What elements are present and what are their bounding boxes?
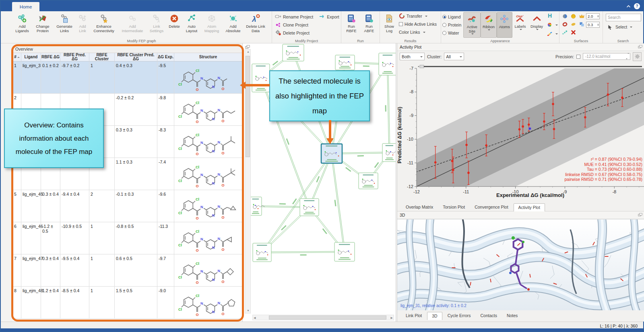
viewer3d-viewport[interactable]: lig_ejm_31, relative activity: 0.1 ± 0.2 <box>397 219 644 310</box>
title-bar: Home ? <box>1 1 643 11</box>
surf-face-button[interactable] <box>569 13 577 20</box>
radio-protein[interactable]: Protein <box>442 21 463 29</box>
table-row[interactable]: 5lig_ejm_450.3 ± 0.4-9.4 ± 0.42-0.1 ± 0.… <box>13 190 242 222</box>
fep-node[interactable] <box>253 243 271 262</box>
surf-donut-button[interactable] <box>561 21 569 28</box>
plot-range-slider[interactable] <box>401 63 641 67</box>
tab-3d[interactable]: 3D <box>427 312 442 320</box>
radio-button[interactable] <box>442 31 446 35</box>
radio-ligand[interactable]: Ligand <box>442 13 463 21</box>
auto-layout-button[interactable]: Auto Layout <box>182 12 201 38</box>
h-label-button[interactable]: H <box>547 13 558 19</box>
radio-water[interactable]: Water <box>442 29 463 37</box>
tab-activity-plot[interactable]: Activity Plot <box>514 203 545 211</box>
delete-link-data-button[interactable]: λDelete Link Data <box>244 12 268 38</box>
tab-cycle-errors[interactable]: Cycle Errors <box>443 312 475 320</box>
fep-node[interactable] <box>382 143 396 162</box>
float-panel-icon[interactable] <box>638 213 642 218</box>
change-protein-button[interactable]: Change Protein <box>32 12 54 38</box>
float-panel-icon[interactable] <box>638 45 642 50</box>
table-row[interactable]: 8lig_ejm_481.2 ± 0.4-8.5 ± 0.411.5 ± 0.5… <box>13 287 242 319</box>
table-row[interactable]: 7lig_ejm_470.3 ± 0.4-9.5 ± 0.410.6 ± 0.5… <box>13 254 242 287</box>
fep-node[interactable] <box>300 199 319 216</box>
rename-project-button[interactable]: Rename Project <box>275 13 313 21</box>
ribbon-collapse-icon[interactable] <box>626 2 631 10</box>
search-input[interactable] <box>606 14 641 21</box>
column-header-g-exp[interactable]: ΔG Exp. <box>157 53 174 61</box>
fep-node[interactable] <box>283 44 304 61</box>
column-header-rbfe-g[interactable]: RBFE ΔG <box>41 53 60 61</box>
radio-button[interactable] <box>442 23 446 27</box>
cluster-dropdown[interactable]: All <box>444 53 464 60</box>
fep-node[interactable] <box>359 173 378 189</box>
add-ligands-button[interactable]: Add Ligands <box>12 12 32 38</box>
tab-notes[interactable]: Notes <box>502 312 522 320</box>
tab-convergence-plot[interactable]: Convergence Plot <box>470 203 512 211</box>
show-log-button[interactable]: Show Log <box>381 12 397 38</box>
dg-exp: -9.6 <box>157 190 174 222</box>
run-rbfe-button[interactable]: Run RBFE <box>343 12 360 38</box>
plot-settings-button[interactable] <box>633 52 642 61</box>
float-panel-icon[interactable] <box>245 44 250 51</box>
column-header-[interactable]: # <box>13 53 21 61</box>
clone-project-button[interactable]: Clone Project <box>275 21 338 29</box>
surf-squares-button[interactable] <box>578 21 586 28</box>
tab-link-plot[interactable]: Link Plot <box>401 312 426 320</box>
table-row[interactable]: 6lig_ejm_46-1.2 ± 0.5-10.9 ± 0.51-0.8 ± … <box>13 222 242 254</box>
select-button[interactable]: Select <box>606 23 640 31</box>
color-links-dropdown[interactable]: Color Links <box>399 28 437 36</box>
labels-button[interactable]: Osp’Labels <box>512 12 528 38</box>
tab-overlap-matrix[interactable]: Overlap Matrix <box>401 203 438 211</box>
delete-button[interactable]: Delete <box>166 12 182 38</box>
fep-node[interactable] <box>379 53 396 75</box>
color-wheel-button[interactable] <box>547 22 558 28</box>
radio-button[interactable] <box>442 15 446 19</box>
surf-bean-button[interactable] <box>569 21 577 28</box>
fep-node[interactable] <box>250 197 265 215</box>
surf-dots-button[interactable] <box>561 29 569 36</box>
run-abfe-button[interactable]: Run ABFE <box>360 12 378 38</box>
tab-torsion-plot[interactable]: Torsion Plot <box>438 203 469 211</box>
svg-text:N: N <box>200 141 203 145</box>
spectrum-button[interactable] <box>547 31 558 37</box>
plot-statistics: r² = 0.87 (90%CI 0.79-0.94)MUE = 0.41 (9… <box>565 157 642 182</box>
column-header-rbfe-pred-g[interactable]: RBFE Pred. ΔG <box>60 53 89 61</box>
tab-home[interactable]: Home <box>12 2 39 11</box>
transfer-button[interactable]: Transfer <box>399 12 437 20</box>
display-button[interactable]: Display <box>528 12 545 38</box>
generate-links-button[interactable]: Generate Links <box>54 12 75 38</box>
delete-project-button[interactable]: Delete Project <box>275 29 338 37</box>
add-absolute-button[interactable]: Add Absolute <box>223 12 244 38</box>
column-header-rbfe-cluster[interactable]: RBFE Cluster <box>89 53 115 61</box>
checkbox[interactable] <box>399 22 403 26</box>
surface-value-spinner[interactable]: 0.3 <box>586 22 600 28</box>
export-button[interactable]: Export <box>319 13 339 21</box>
plot-mode-dropdown[interactable]: Both <box>400 53 425 60</box>
surf-sphere-button[interactable] <box>561 13 569 20</box>
active-site-button[interactable]: Active Site <box>463 12 481 38</box>
column-header-ligand[interactable]: Ligand <box>21 53 41 61</box>
hide-active-links-checkbox[interactable]: Hide Active Links <box>399 20 437 28</box>
column-header-structure[interactable]: Structure <box>174 53 242 61</box>
map-horizontal-scrollbar[interactable]: ◀ ▶ <box>252 315 394 320</box>
precision-checkbox[interactable] <box>576 55 580 59</box>
enhance-connectivity-button[interactable]: Enhance Connectivity <box>90 12 118 38</box>
surface-value-spinner[interactable]: 2.0 <box>586 13 600 19</box>
fep-node[interactable] <box>334 242 355 261</box>
precision-input[interactable]: -12.0 kcal/mol <box>583 53 630 60</box>
help-button[interactable]: ? <box>634 3 640 9</box>
activity-plot[interactable]: Predicted ΔG (kcal/mol) -7-8-9-10-11-12-… <box>397 67 644 202</box>
rbfe-dg: 1.2 ± 0.4 <box>41 287 60 319</box>
table-row[interactable]: 1lig_ejm_310.1 ± 0.2-9.7 ± 0.210.4 ± 0.3… <box>13 61 242 94</box>
surf-crown-button[interactable] <box>578 13 586 20</box>
scrollbar-thumb[interactable] <box>269 316 386 320</box>
atoms-button[interactable]: Atoms <box>497 12 512 38</box>
svg-text:λ: λ <box>157 18 159 23</box>
scrollbar-thumb[interactable] <box>246 56 250 157</box>
fep-node[interactable] <box>335 55 355 70</box>
tab-contacts[interactable]: Contacts <box>476 312 501 320</box>
fep-node-selected[interactable] <box>321 144 342 163</box>
column-header-rbfe-cluster-pred-g[interactable]: RBFE Cluster Pred. ΔG <box>115 53 157 61</box>
ribbon-button[interactable]: Ribbon <box>481 12 496 38</box>
surf-x-button[interactable] <box>569 29 577 36</box>
